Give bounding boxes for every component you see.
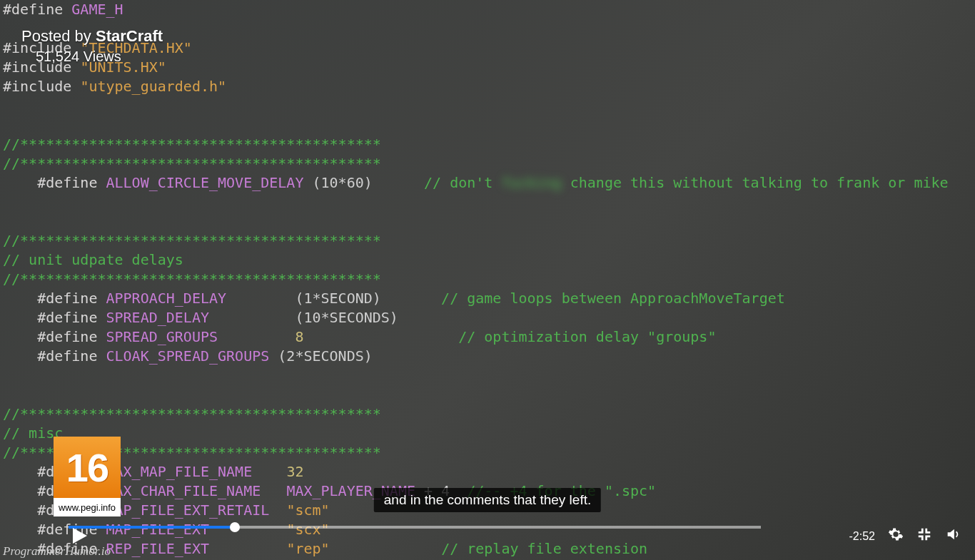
pegi-age: 16	[54, 437, 121, 498]
settings-button[interactable]	[888, 526, 904, 546]
volume-button[interactable]	[945, 526, 961, 546]
progress-fill	[69, 526, 235, 529]
post-author[interactable]: StarCraft	[96, 27, 163, 45]
post-byline: Posted by StarCraft	[21, 27, 163, 46]
video-caption: and in the comments that they left.	[374, 488, 601, 512]
svg-marker-0	[73, 528, 87, 544]
posted-by-label: Posted by	[21, 27, 96, 45]
censored-word: fucking	[501, 174, 561, 191]
fullscreen-exit-icon	[916, 533, 932, 546]
pegi-rating-badge: 16 www.pegi.info	[54, 437, 121, 516]
code-editor-content: #define GAME_H #include "TECHDATA.HX" #i…	[0, 0, 975, 560]
progress-bar[interactable]	[69, 526, 761, 529]
pegi-url: www.pegi.info	[54, 498, 121, 516]
fullscreen-exit-button[interactable]	[916, 526, 932, 546]
view-count: 51,524 Views	[36, 49, 121, 65]
gear-icon	[888, 533, 904, 546]
time-remaining: -2:52	[849, 530, 875, 543]
watermark: ProgrammerHumor.io	[3, 544, 111, 559]
video-frame: #define GAME_H #include "TECHDATA.HX" #i…	[0, 0, 975, 560]
volume-icon	[945, 533, 961, 546]
